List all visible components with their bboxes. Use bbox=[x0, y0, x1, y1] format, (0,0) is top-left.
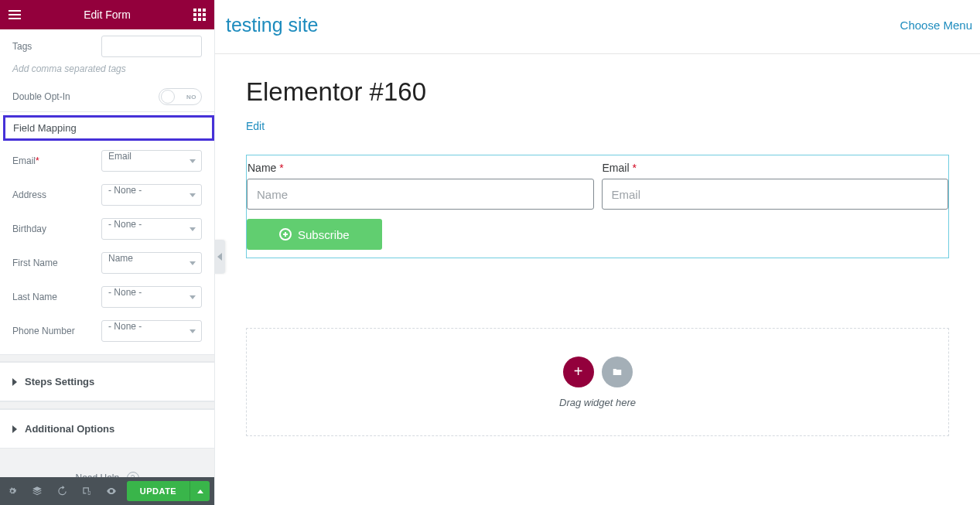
settings-icon[interactable] bbox=[0, 477, 25, 505]
accordion-additional-options[interactable]: Additional Options bbox=[0, 410, 214, 449]
widget-dropzone[interactable]: + Drag widget here bbox=[246, 328, 949, 436]
tags-hint: Add comma separated tags bbox=[0, 63, 214, 82]
form-submit-button[interactable]: Subscribe bbox=[247, 219, 382, 250]
preview-area: testing site Choose Menu Elementor #160 … bbox=[215, 0, 980, 505]
map-label-email: Email* bbox=[12, 155, 101, 166]
help-area: Need Help ? bbox=[0, 449, 214, 477]
map-label-lastname: Last Name bbox=[12, 292, 101, 302]
grid-icon[interactable] bbox=[185, 0, 214, 29]
map-select-lastname[interactable]: - None - bbox=[101, 286, 202, 308]
plus-circle-icon bbox=[279, 228, 292, 241]
field-mapping-heading: Field Mapping bbox=[3, 115, 214, 141]
template-library-button[interactable] bbox=[602, 357, 633, 387]
sidebar-title: Edit Form bbox=[29, 9, 185, 21]
responsive-icon[interactable] bbox=[74, 477, 99, 505]
edit-page-link[interactable]: Edit bbox=[246, 120, 265, 132]
site-title[interactable]: testing site bbox=[226, 14, 319, 36]
optin-toggle-text: NO bbox=[186, 94, 196, 101]
optin-toggle[interactable]: NO bbox=[159, 88, 202, 105]
form-widget[interactable]: Name* Email* Subscribe bbox=[246, 155, 949, 258]
sidebar-scroll: Tags Add comma separated tags Double Opt… bbox=[0, 29, 214, 477]
history-icon[interactable] bbox=[50, 477, 74, 505]
form-name-label: Name* bbox=[247, 162, 594, 174]
tags-label: Tags bbox=[12, 41, 101, 52]
chevron-right-icon bbox=[12, 378, 17, 386]
map-select-phone[interactable]: - None - bbox=[101, 320, 202, 342]
map-label-firstname: First Name bbox=[12, 258, 101, 268]
map-label-birthday: Birthday bbox=[12, 223, 101, 234]
update-dropdown[interactable] bbox=[190, 481, 210, 501]
layers-icon[interactable] bbox=[25, 477, 50, 505]
map-label-phone: Phone Number bbox=[12, 326, 101, 336]
preview-icon[interactable] bbox=[99, 477, 124, 505]
map-label-address: Address bbox=[12, 189, 101, 200]
update-button[interactable]: UPDATE bbox=[127, 481, 190, 501]
sidebar-header: Edit Form bbox=[0, 0, 214, 29]
accordion-steps-settings[interactable]: Steps Settings bbox=[0, 363, 214, 401]
form-name-input[interactable] bbox=[247, 179, 594, 210]
add-section-button[interactable]: + bbox=[563, 357, 594, 387]
sidebar-footer: UPDATE bbox=[0, 477, 214, 505]
choose-menu-link[interactable]: Choose Menu bbox=[900, 19, 972, 32]
form-email-label: Email* bbox=[602, 162, 949, 174]
toggle-knob bbox=[161, 90, 175, 104]
folder-icon bbox=[611, 367, 623, 377]
site-header: testing site Choose Menu bbox=[215, 0, 980, 54]
tags-input[interactable] bbox=[101, 36, 202, 57]
menu-icon[interactable] bbox=[0, 0, 29, 29]
optin-label: Double Opt-In bbox=[12, 91, 101, 102]
collapse-sidebar-handle[interactable] bbox=[214, 240, 225, 274]
page-title: Elementor #160 bbox=[246, 77, 949, 107]
map-select-email[interactable]: Email bbox=[101, 150, 202, 172]
chevron-right-icon bbox=[12, 425, 17, 433]
dropzone-text: Drag widget here bbox=[559, 397, 636, 408]
map-select-address[interactable]: - None - bbox=[101, 184, 202, 206]
map-select-birthday[interactable]: - None - bbox=[101, 218, 202, 240]
form-email-input[interactable] bbox=[602, 179, 949, 210]
help-icon[interactable]: ? bbox=[127, 472, 139, 477]
map-select-firstname[interactable]: Name bbox=[101, 252, 202, 274]
form-submit-label: Subscribe bbox=[298, 228, 350, 241]
editor-sidebar: Edit Form Tags Add comma separated tags … bbox=[0, 0, 215, 505]
